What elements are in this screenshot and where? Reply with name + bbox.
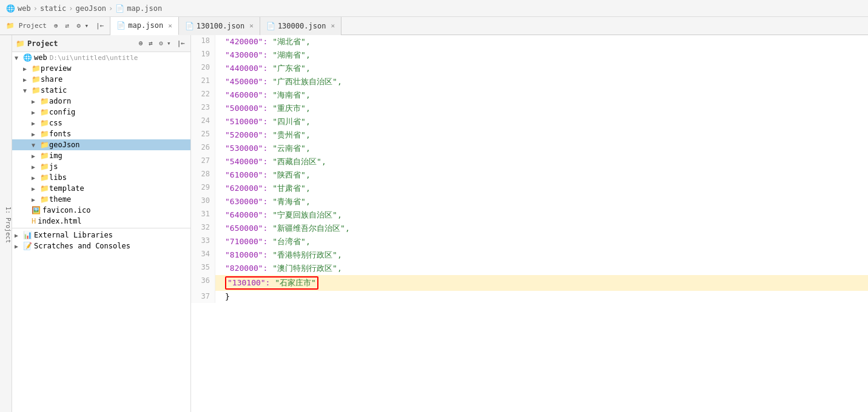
tree-label-config: config: [49, 108, 75, 116]
code-line-27: 27"540000": "西藏自治区",: [191, 155, 868, 168]
code-line-28: 28"610000": "陕西省",: [191, 168, 868, 182]
tree-item-index-html[interactable]: H index.html: [12, 216, 190, 227]
line-content-26: "530000": "云南省",: [215, 142, 311, 155]
project-tree: ▼ 🌐 web D:\ui\untitled\untitle ▶ 📁 previ…: [12, 52, 190, 412]
tree-item-template[interactable]: ▶ 📁 template: [12, 183, 190, 194]
collapse-btn[interactable]: |←: [93, 21, 106, 31]
key-span: "510000":: [225, 117, 272, 126]
key-span: "420000":: [225, 37, 272, 46]
header-sync-btn[interactable]: ⇄: [147, 39, 155, 48]
val-span: "广东省",: [272, 64, 310, 73]
val-span: "陕西省",: [272, 170, 310, 179]
tab-close-map[interactable]: ✕: [168, 22, 172, 30]
tree-item-share[interactable]: ▶ 📁 share: [12, 74, 190, 85]
val-span: "青海省",: [272, 197, 310, 206]
folder-icon-static: 📁: [32, 86, 41, 95]
tree-item-config[interactable]: ▶ 📁 config: [12, 107, 190, 118]
settings-btn[interactable]: ⚙ ▾: [74, 21, 91, 31]
line-content-29: "620000": "甘肃省",: [215, 182, 311, 195]
code-line-37: 37}: [191, 291, 868, 303]
tree-label-index-html: index.html: [38, 217, 81, 225]
folder-icon-libs: 📁: [40, 173, 49, 182]
code-line-31: 31"640000": "宁夏回族自治区",: [191, 208, 868, 222]
project-panel-header: 📁 Project ⊕ ⇄ ⚙ ▾ |←: [12, 35, 190, 52]
breadcrumb-mapjson[interactable]: map.json: [127, 4, 162, 13]
code-line-36: 36"130100": "石家庄市": [191, 275, 868, 291]
line-content-28: "610000": "陕西省",: [215, 168, 311, 182]
tree-item-img[interactable]: ▶ 📁 img: [12, 150, 190, 161]
key-span: "460000":: [225, 90, 272, 99]
line-number-27: 27: [191, 155, 215, 168]
tree-item-geojson[interactable]: ▼ 📁 geoJson: [12, 139, 190, 150]
tree-item-preview[interactable]: ▶ 📁 preview: [12, 63, 190, 74]
tab-close-130100[interactable]: ✕: [249, 22, 254, 30]
breadcrumb-geojson[interactable]: geoJson: [76, 4, 107, 13]
folder-icon-css: 📁: [40, 119, 49, 127]
key-span: "530000":: [225, 144, 272, 153]
breadcrumb-static[interactable]: static: [40, 4, 66, 13]
tree-item-external-libraries[interactable]: ▶ 📊 External Libraries: [12, 230, 190, 241]
tree-item-static[interactable]: ▼ 📁 static: [12, 85, 190, 96]
tree-item-fonts[interactable]: ▶ 📁 fonts: [12, 128, 190, 139]
val-span: "西藏自治区",: [272, 157, 326, 166]
key-span: "820000":: [225, 264, 272, 273]
header-add-btn[interactable]: ⊕: [137, 39, 145, 48]
line-number-32: 32: [191, 222, 215, 235]
line-content-36: "130100": "石家庄市": [215, 275, 318, 291]
line-number-19: 19: [191, 48, 215, 62]
header-settings-btn[interactable]: ⚙ ▾: [157, 39, 173, 48]
line-content-35: "820000": "澳门特别行政区",: [215, 262, 342, 275]
tree-item-libs[interactable]: ▶ 📁 libs: [12, 172, 190, 183]
tree-item-web[interactable]: ▼ 🌐 web D:\ui\untitled\untitle: [12, 52, 190, 63]
file-icon-favicon: 🖼️: [32, 206, 41, 214]
breadcrumb-web[interactable]: web: [18, 4, 31, 13]
line-content-33: "710000": "台湾省",: [215, 235, 311, 248]
key-span: "610000":: [225, 170, 272, 179]
line-content-23: "500000": "重庆市",: [215, 102, 311, 115]
line-content-24: "510000": "四川省",: [215, 115, 311, 128]
line-number-23: 23: [191, 102, 215, 115]
key-span: "630000":: [225, 197, 272, 206]
val-span: "广西壮族自治区",: [272, 77, 341, 86]
tab-map-json[interactable]: 📄 map.json ✕: [110, 17, 178, 35]
tab-label-130000: 130000.json: [278, 22, 326, 30]
val-span: "台湾省",: [272, 237, 310, 246]
project-btn[interactable]: 📁 Project: [4, 21, 49, 31]
add-btn[interactable]: ⊕: [52, 21, 61, 31]
code-editor[interactable]: 18"420000": "湖北省",19"430000": "湖南省",20"4…: [191, 35, 868, 412]
folder-icon-theme: 📁: [40, 195, 49, 204]
code-line-32: 32"650000": "新疆维吾尔自治区",: [191, 222, 868, 235]
breadcrumb: 🌐 web › static › geoJson › 📄 map.json: [0, 0, 868, 17]
tree-item-css[interactable]: ▶ 📁 css: [12, 118, 190, 128]
folder-icon-geojson: 📁: [40, 141, 49, 149]
val-span: "香港特别行政区",: [272, 250, 341, 259]
line-number-22: 22: [191, 88, 215, 102]
code-line-19: 19"430000": "湖南省",: [191, 48, 868, 62]
tree-item-adorn[interactable]: ▶ 📁 adorn: [12, 96, 190, 107]
tab-130100-json[interactable]: 📄 130100.json ✕: [179, 17, 260, 35]
folder-icon-preview: 📁: [32, 64, 41, 73]
tree-label-adorn: adorn: [49, 97, 71, 105]
val-span: "石家庄市": [275, 278, 316, 287]
tree-item-theme[interactable]: ▶ 📁 theme: [12, 194, 190, 205]
key-span: "450000":: [225, 77, 272, 86]
tab-close-130000[interactable]: ✕: [331, 22, 335, 30]
tree-item-js[interactable]: ▶ 📁 js: [12, 161, 190, 172]
sync-btn[interactable]: ⇄: [63, 21, 72, 31]
header-collapse-btn[interactable]: |←: [175, 39, 187, 48]
line-number-36: 36: [191, 275, 215, 291]
separator-1: [12, 228, 190, 228]
key-span: "440000":: [225, 64, 272, 73]
tabs-container: 📄 map.json ✕ 📄 130100.json ✕ 📄 130000.js…: [110, 17, 868, 35]
tree-label-scratches: Scratches and Consoles: [34, 242, 130, 250]
tree-item-favicon[interactable]: 🖼️ favicon.ico: [12, 205, 190, 216]
tree-label-fonts: fonts: [49, 130, 71, 138]
tab-130000-json[interactable]: 📄 130000.json ✕: [260, 17, 341, 35]
line-number-31: 31: [191, 208, 215, 222]
tree-label-geojson: geoJson: [49, 141, 80, 149]
tab-icon-130100: 📄: [185, 22, 194, 30]
tree-label-template: template: [49, 184, 84, 193]
tree-item-scratches[interactable]: ▶ 📝 Scratches and Consoles: [12, 241, 190, 251]
key-span: "430000":: [225, 50, 272, 59]
line-number-20: 20: [191, 62, 215, 75]
